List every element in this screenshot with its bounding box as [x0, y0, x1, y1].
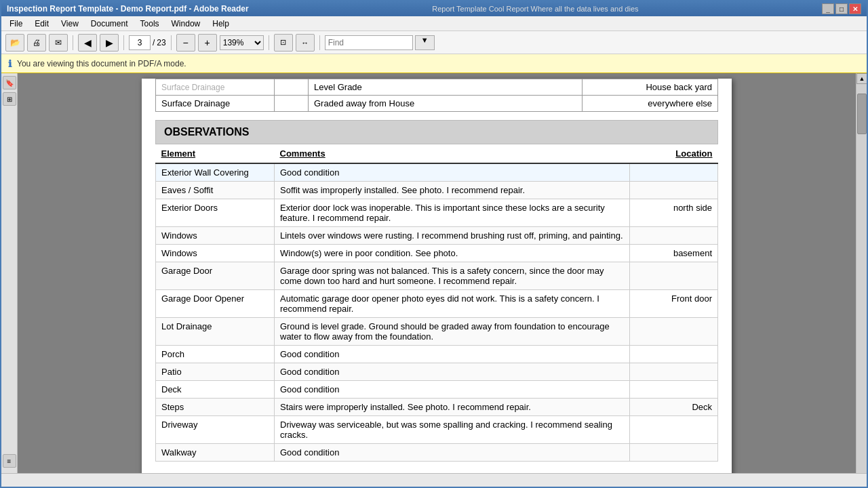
comments-cell: Window(s) were in poor condition. See ph… — [275, 245, 630, 262]
location-cell — [630, 416, 718, 444]
fit-page-button[interactable]: ⊡ — [274, 34, 293, 52]
surface-drainage-label: Surface Drainage — [156, 96, 275, 112]
menu-document[interactable]: Document — [85, 18, 134, 30]
sidebar-bookmark-icon[interactable]: 🔖 — [3, 76, 16, 89]
toolbar-sep-5 — [319, 35, 320, 50]
element-cell: Porch — [156, 346, 275, 363]
comments-cell: Good condition — [275, 363, 630, 381]
print-button[interactable]: 🖨 — [27, 34, 46, 52]
table-row: StepsStairs were improperly installed. S… — [156, 399, 718, 416]
toolbar-sep-2 — [123, 35, 124, 50]
location-cell — [630, 227, 718, 245]
reader-frame: 🔖 ⊞ ≡ 📎 Surface Drainage Level Grade Hou… — [1, 73, 867, 488]
table-row: DrivewayDriveway was serviceable, but wa… — [156, 416, 718, 444]
comments-cell: Good condition — [275, 444, 630, 462]
zoom-in-button[interactable]: + — [198, 34, 217, 52]
location-column-header: Location — [630, 144, 718, 163]
page-separator: / — [153, 38, 155, 47]
toolbar-sep-4 — [269, 35, 269, 50]
surface-drainage-table: Surface Drainage Level Grade House back … — [155, 79, 718, 112]
menu-tools[interactable]: Tools — [135, 18, 165, 30]
menu-view[interactable]: View — [56, 18, 84, 30]
zoom-select[interactable]: 139% — [220, 35, 264, 50]
find-input[interactable] — [325, 35, 413, 50]
notification-text: You are viewing this document in PDF/A m… — [17, 59, 186, 68]
forward-button[interactable]: ▶ — [100, 34, 119, 52]
minimize-button[interactable]: _ — [822, 3, 834, 14]
toolbar: 📂 🖨 ✉ ◀ ▶ / 23 − + 139% ⊡ ↔ ▼ — [1, 31, 867, 54]
title-bar: Inspection Report Template - Demo Report… — [1, 1, 867, 16]
table-header-row: Element Comments Location — [156, 144, 718, 163]
menu-help[interactable]: Help — [207, 18, 235, 30]
table-row: PatioGood condition — [156, 363, 718, 381]
element-cell: Windows — [156, 227, 275, 245]
comments-cell: Lintels over windows were rusting. I rec… — [275, 227, 630, 245]
menu-window[interactable]: Window — [166, 18, 206, 30]
sidebar-layers-icon[interactable]: ≡ — [3, 454, 16, 468]
find-dropdown[interactable]: ▼ — [415, 35, 435, 50]
element-column-header: Element — [156, 144, 275, 163]
status-bar — [1, 473, 867, 487]
page-number-input[interactable] — [129, 35, 151, 50]
faded-label-1: Surface Drainage — [156, 79, 275, 96]
element-cell: Garage Door — [156, 262, 275, 290]
window-title: Inspection Report Template - Demo Report… — [7, 4, 249, 14]
table-row: Garage DoorGarage door spring was not ba… — [156, 262, 718, 290]
menu-bar: File Edit View Document Tools Window Hel… — [1, 16, 867, 31]
scrollbar: ▲ ▼ — [856, 73, 867, 488]
menu-file[interactable]: File — [4, 18, 28, 30]
page-nav: / 23 — [129, 35, 166, 50]
close-button[interactable]: ✕ — [849, 3, 861, 14]
location-cell — [630, 318, 718, 346]
location-cell — [630, 163, 718, 182]
element-cell: Windows — [156, 245, 275, 262]
element-cell: Exterior Wall Covering — [156, 163, 275, 182]
sidebar-pages-icon[interactable]: ⊞ — [3, 92, 16, 106]
menu-edit[interactable]: Edit — [29, 18, 54, 30]
comments-cell: Good condition — [275, 381, 630, 399]
table-row: Surface Drainage Graded away from House … — [156, 96, 718, 112]
fit-width-button[interactable]: ↔ — [296, 34, 315, 52]
pdf-page: Surface Drainage Level Grade House back … — [142, 79, 732, 484]
document-area: Surface Drainage Level Grade House back … — [18, 73, 856, 488]
graded-away-cell: Graded away from House — [309, 96, 583, 112]
table-row: Exterior DoorsExterior door lock was ino… — [156, 199, 718, 227]
open-button[interactable]: 📂 — [5, 34, 24, 52]
observations-title: OBSERVATIONS — [164, 126, 249, 138]
element-cell: Driveway — [156, 416, 275, 444]
info-icon: ℹ — [8, 58, 12, 69]
house-backyard-cell: House back yard — [583, 79, 718, 96]
toolbar-sep-1 — [73, 35, 73, 50]
location-cell — [630, 262, 718, 290]
element-cell: Walkway — [156, 444, 275, 462]
location-cell: Deck — [630, 399, 718, 416]
back-button[interactable]: ◀ — [78, 34, 97, 52]
scroll-thumb[interactable] — [857, 94, 867, 134]
scroll-up-button[interactable]: ▲ — [856, 73, 867, 84]
notification-bar: ℹ You are viewing this document in PDF/A… — [1, 54, 867, 73]
element-cell: Eaves / Soffit — [156, 182, 275, 199]
comments-cell: Driveway was serviceable, but was some s… — [275, 416, 630, 444]
table-row: WindowsLintels over windows were rusting… — [156, 227, 718, 245]
table-row: Garage Door OpenerAutomatic garage door … — [156, 290, 718, 318]
location-cell: basement — [630, 245, 718, 262]
email-button[interactable]: ✉ — [49, 34, 68, 52]
table-row: DeckGood condition — [156, 381, 718, 399]
toolbar-sep-3 — [171, 35, 172, 50]
table-row: Eaves / SoffitSoffit was improperly inst… — [156, 182, 718, 199]
location-cell — [630, 381, 718, 399]
empty-cell-1 — [275, 79, 309, 96]
maximize-button[interactable]: □ — [835, 3, 848, 14]
title-bar-buttons: _ □ ✕ — [822, 3, 861, 14]
location-cell — [630, 363, 718, 381]
element-cell: Garage Door Opener — [156, 290, 275, 318]
comments-cell: Garage door spring was not balanced. Thi… — [275, 262, 630, 290]
zoom-out-button[interactable]: − — [176, 34, 195, 52]
comments-cell: Good condition — [275, 163, 630, 182]
comments-cell: Stairs were improperly installed. See ph… — [275, 399, 630, 416]
level-grade-cell: Level Grade — [309, 79, 583, 96]
table-row: PorchGood condition — [156, 346, 718, 363]
location-cell: Front door — [630, 290, 718, 318]
table-row: Lot DrainageGround is level grade. Groun… — [156, 318, 718, 346]
everywhere-else-cell: everywhere else — [583, 96, 718, 112]
